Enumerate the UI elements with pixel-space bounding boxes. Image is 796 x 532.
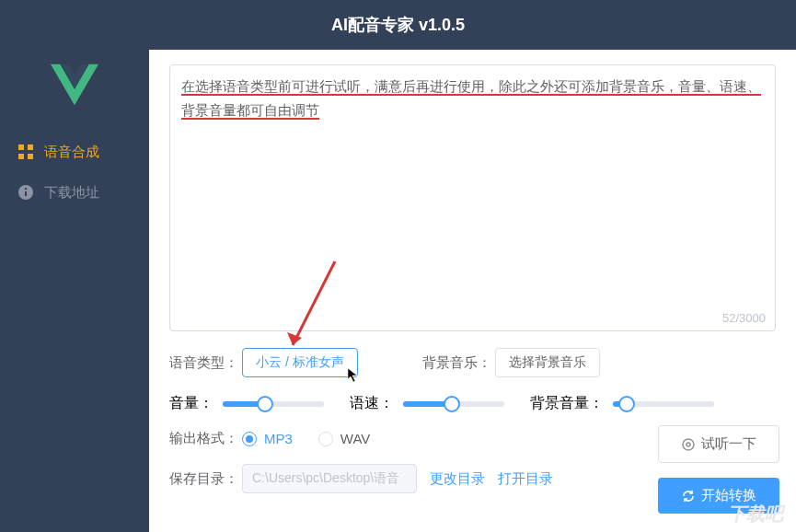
svg-rect-3 [28, 154, 33, 159]
bg-music-select[interactable]: 选择背景音乐 [495, 348, 600, 377]
nav-label: 下载地址 [44, 184, 99, 202]
volume-label: 音量： [169, 394, 213, 413]
app-title: AI配音专家 v1.0.5 [331, 14, 465, 36]
svg-marker-8 [287, 332, 302, 345]
input-text: 在选择语音类型前可进行试听，满意后再进行使用，除此之外还可添加背景音乐，音量、语… [181, 78, 761, 120]
refresh-icon [681, 489, 696, 503]
text-input-area[interactable]: 在选择语音类型前可进行试听，满意后再进行使用，除此之外还可添加背景音乐，音量、语… [169, 64, 776, 331]
bg-music-label: 背景音乐： [422, 354, 491, 372]
svg-rect-1 [28, 145, 33, 150]
svg-rect-2 [18, 154, 24, 159]
app-header: AI配音专家 v1.0.5 [0, 0, 796, 50]
svg-point-9 [683, 439, 694, 450]
nav-download[interactable]: 下载地址 [0, 172, 149, 213]
savedir-label: 保存目录： [169, 470, 238, 488]
gear-icon [681, 437, 696, 452]
open-dir-link[interactable]: 打开目录 [498, 470, 553, 488]
preview-button[interactable]: 试听一下 [658, 425, 779, 463]
main-panel: 在选择语音类型前可进行试听，满意后再进行使用，除此之外还可添加背景音乐，音量、语… [149, 50, 796, 532]
speed-label: 语速： [350, 394, 394, 413]
bgvolume-label: 背景音量： [530, 394, 604, 413]
grid-icon [17, 143, 35, 161]
nav-tts[interactable]: 语音合成 [0, 132, 149, 172]
savedir-input[interactable]: C:\Users\pc\Desktop\语音 [242, 464, 417, 493]
format-mp3-radio[interactable]: MP3 [242, 431, 293, 446]
format-wav-radio[interactable]: WAV [318, 431, 371, 446]
svg-rect-6 [25, 188, 27, 190]
change-dir-link[interactable]: 更改目录 [430, 470, 485, 488]
convert-button[interactable]: 开始转换 [658, 478, 779, 514]
vue-logo [0, 64, 149, 106]
bgvolume-slider[interactable] [613, 401, 714, 407]
speed-slider[interactable] [403, 401, 504, 407]
sidebar: 语音合成 下载地址 [0, 50, 149, 532]
voice-type-select[interactable]: 小云 / 标准女声 [242, 348, 358, 377]
svg-rect-5 [25, 191, 27, 196]
svg-rect-0 [18, 145, 24, 150]
format-label: 输出格式： [169, 430, 238, 447]
nav-label: 语音合成 [44, 144, 99, 161]
info-icon [17, 183, 35, 202]
svg-point-10 [686, 443, 690, 446]
char-counter: 52/3000 [722, 311, 766, 325]
voice-type-label: 语音类型： [169, 354, 238, 372]
cursor-icon [346, 367, 361, 387]
volume-slider[interactable] [223, 401, 324, 407]
